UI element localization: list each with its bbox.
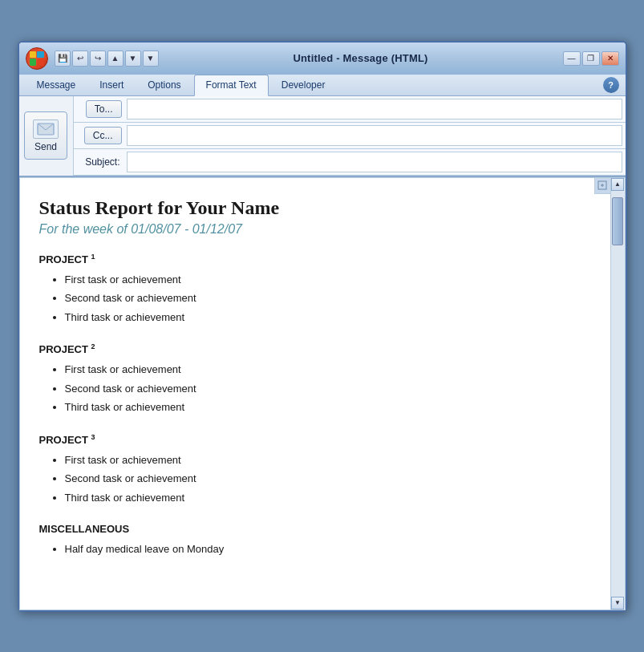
scrollbar[interactable]: ▲ ▼ bbox=[610, 178, 625, 609]
project-section-2: PROJECT 2 First task or achievement Seco… bbox=[39, 342, 585, 417]
miscellaneous-tasks: Half day medical leave on Monday bbox=[39, 540, 585, 558]
restore-button[interactable]: ❐ bbox=[582, 51, 600, 66]
project-2-heading: PROJECT 2 bbox=[39, 342, 585, 355]
email-body-container: ▲ ▼ Status Report for Your Name For the … bbox=[19, 177, 626, 610]
compose-header: Send To... Cc... Subject: bbox=[19, 96, 626, 177]
up-button[interactable]: ▲ bbox=[107, 51, 124, 67]
title-bar: 💾 ↩ ↪ ▲ ▼ ▼ Untitled - Message (HTML) — … bbox=[19, 43, 626, 75]
project-2-tasks: First task or achievement Second task or… bbox=[39, 360, 585, 416]
outlook-window: 💾 ↩ ↪ ▲ ▼ ▼ Untitled - Message (HTML) — … bbox=[18, 41, 627, 612]
ribbon: Message Insert Options Format Text Devel… bbox=[19, 75, 626, 96]
project-3-heading: PROJECT 3 bbox=[39, 433, 585, 446]
scroll-up-button[interactable]: ▲ bbox=[611, 178, 624, 191]
project-3-tasks: First task or achievement Second task or… bbox=[39, 451, 585, 507]
subject-input[interactable] bbox=[127, 152, 622, 172]
window-title: Untitled - Message (HTML) bbox=[164, 52, 558, 64]
tab-insert[interactable]: Insert bbox=[88, 75, 135, 95]
email-title: Status Report for Your Name bbox=[39, 197, 585, 219]
tab-format-text[interactable]: Format Text bbox=[194, 75, 269, 96]
project-section-3: PROJECT 3 First task or achievement Seco… bbox=[39, 433, 585, 508]
help-button[interactable]: ? bbox=[603, 77, 619, 93]
scroll-thumb[interactable] bbox=[612, 197, 623, 245]
ribbon-tabs: Message Insert Options Format Text Devel… bbox=[19, 75, 626, 95]
tab-options[interactable]: Options bbox=[136, 75, 192, 95]
envelope-icon bbox=[37, 123, 55, 136]
tab-developer[interactable]: Developer bbox=[270, 75, 337, 95]
down-button[interactable]: ▼ bbox=[125, 51, 141, 67]
send-button[interactable]: Send bbox=[24, 111, 67, 160]
window-controls: — ❐ ✕ bbox=[563, 51, 619, 66]
list-item: Second task or achievement bbox=[65, 469, 585, 488]
email-body: Status Report for Your Name For the week… bbox=[20, 178, 610, 594]
expand-button[interactable]: ▼ bbox=[143, 51, 159, 67]
office-button[interactable] bbox=[26, 47, 48, 70]
corner-icon bbox=[594, 178, 610, 194]
subject-label: Subject: bbox=[74, 156, 127, 168]
logo-q1 bbox=[30, 51, 37, 59]
scroll-track[interactable] bbox=[611, 191, 624, 597]
title-bar-left: 💾 ↩ ↪ ▲ ▼ ▼ bbox=[26, 47, 159, 70]
list-item: Second task or achievement bbox=[65, 289, 585, 307]
cc-button-container: Cc... bbox=[74, 127, 127, 144]
scroll-down-button[interactable]: ▼ bbox=[611, 597, 624, 609]
save-button[interactable]: 💾 bbox=[55, 51, 71, 67]
to-button[interactable]: To... bbox=[86, 100, 122, 118]
quick-access-toolbar: 💾 ↩ ↪ ▲ ▼ ▼ bbox=[55, 51, 159, 67]
cc-button[interactable]: Cc... bbox=[84, 127, 122, 144]
logo-q4 bbox=[37, 59, 44, 66]
minimize-button[interactable]: — bbox=[563, 51, 581, 66]
logo-q2 bbox=[37, 51, 44, 59]
list-item: Third task or achievement bbox=[65, 398, 585, 416]
redo-button[interactable]: ↪ bbox=[90, 51, 106, 67]
list-item: Second task or achievement bbox=[65, 379, 585, 398]
corner-expand-icon bbox=[597, 180, 607, 190]
list-item: Third task or achievement bbox=[65, 308, 585, 326]
email-subtitle: For the week of 01/08/07 - 01/12/07 bbox=[39, 222, 585, 237]
list-item: First task or achievement bbox=[65, 451, 585, 469]
to-input[interactable] bbox=[127, 99, 622, 119]
logo-q3 bbox=[30, 59, 37, 66]
tab-message[interactable]: Message bbox=[26, 75, 87, 95]
miscellaneous-heading: MISCELLANEOUS bbox=[39, 523, 585, 535]
cc-field-row: Cc... bbox=[74, 123, 626, 149]
to-button-container: To... bbox=[74, 100, 127, 118]
undo-button[interactable]: ↩ bbox=[72, 51, 88, 67]
cc-input[interactable] bbox=[127, 125, 622, 146]
to-field-row: To... bbox=[74, 96, 626, 123]
list-item: First task or achievement bbox=[65, 270, 585, 289]
close-button[interactable]: ✕ bbox=[601, 51, 619, 66]
list-item: Third task or achievement bbox=[65, 488, 585, 507]
send-label: Send bbox=[34, 141, 57, 152]
project-1-tasks: First task or achievement Second task or… bbox=[39, 270, 585, 326]
office-logo bbox=[30, 51, 44, 66]
project-section-1: PROJECT 1 First task or achievement Seco… bbox=[39, 253, 585, 327]
list-item: First task or achievement bbox=[65, 360, 585, 379]
address-fields: To... Cc... Subject: bbox=[74, 96, 626, 176]
miscellaneous-section: MISCELLANEOUS Half day medical leave on … bbox=[39, 523, 585, 558]
project-1-heading: PROJECT 1 bbox=[39, 253, 585, 265]
send-icon bbox=[33, 119, 59, 139]
send-button-column: Send bbox=[19, 96, 74, 176]
list-item: Half day medical leave on Monday bbox=[65, 540, 585, 558]
subject-row: Subject: bbox=[74, 149, 626, 176]
